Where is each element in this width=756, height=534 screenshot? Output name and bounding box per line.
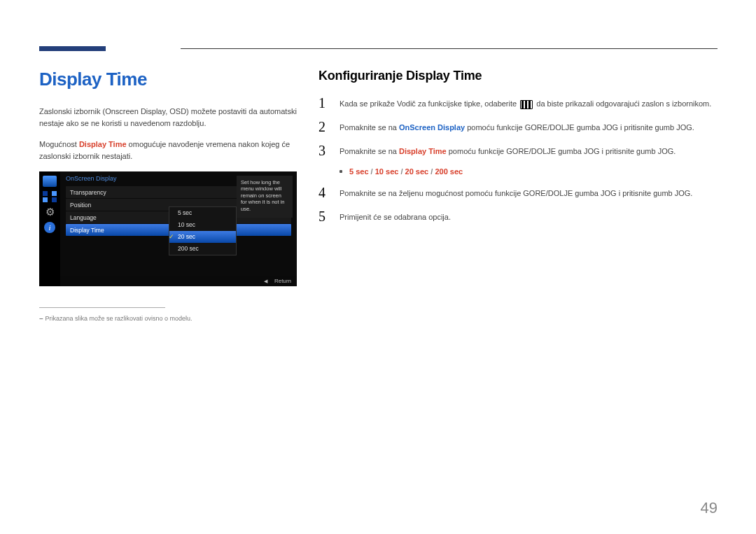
osd-footer: ◀Return <box>60 276 297 286</box>
intro-paragraph-2: Mogućnost Display Time omogućuje navođen… <box>39 139 297 162</box>
step-body: Pomaknite se na željenu mogućnost pomoću… <box>340 185 692 199</box>
step2-post: pomoću funkcije GORE/DOLJE gumba JOG i p… <box>465 123 694 132</box>
menu-label: Position <box>70 202 91 209</box>
options-values: 5 sec / 10 sec / 20 sec / 200 sec <box>349 167 463 176</box>
page-number: 49 <box>701 499 718 517</box>
osd-sidebar: ⚙ i <box>39 171 60 286</box>
step-3: 3 Pomaknite se na Display Time pomoću fu… <box>318 143 718 157</box>
p2-pre: Mogućnost <box>39 140 79 148</box>
osd-help-text: Set how long the menu window will remain… <box>237 176 293 218</box>
left-column: Display Time Zaslonski izbornik (Onscree… <box>39 69 297 322</box>
step-number: 4 <box>318 185 328 199</box>
info-tab-icon: i <box>44 222 55 233</box>
step1-post: da biste prikazali odgovarajući zaslon s… <box>534 99 711 108</box>
bullet-icon <box>340 170 342 173</box>
opt-5s: 5 sec <box>349 167 369 176</box>
step-number: 1 <box>318 96 328 110</box>
menu-label: Transparency <box>70 189 106 196</box>
submenu-opt-10s: 10 sec <box>169 219 236 231</box>
step-number: 3 <box>318 143 328 157</box>
osd-screenshot: ⚙ i OnScreen Display Transparency On Pos… <box>39 171 297 286</box>
p2-term: Display Time <box>79 140 127 148</box>
picture-tab-icon <box>43 176 57 187</box>
step-body: Pomaknite se na Display Time pomoću funk… <box>340 143 676 157</box>
opt-10s: 10 sec <box>375 167 399 176</box>
footnote-rule <box>39 307 165 308</box>
step3-term: Display Time <box>399 147 447 155</box>
step-2: 2 Pomaknite se na OnScreen Display pomoć… <box>318 120 718 134</box>
step-1: 1 Kada se prikaže Vodič za funkcijske ti… <box>318 96 718 110</box>
menu-label: Display Time <box>70 227 104 234</box>
step-4: 4 Pomaknite se na željenu mogućnost pomo… <box>318 185 718 199</box>
step-body: Pomaknite se na OnScreen Display pomoću … <box>340 120 694 134</box>
back-arrow-icon: ◀ <box>264 279 267 283</box>
osd-submenu: 5 sec 10 sec 20 sec 200 sec <box>169 206 237 255</box>
submenu-opt-200s: 200 sec <box>169 243 236 255</box>
footnote: Prikazana slika može se razlikovati ovis… <box>39 315 297 322</box>
step-number: 2 <box>318 120 328 134</box>
opt-20s: 20 sec <box>405 167 429 176</box>
right-column: Konfiguriranje Display Time 1 Kada se pr… <box>318 69 718 233</box>
step-5: 5 Primijenit će se odabrana opcija. <box>318 209 718 223</box>
menu-label: Language <box>70 214 97 221</box>
opt-200s: 200 sec <box>435 167 463 176</box>
step2-pre: Pomaknite se na <box>340 123 399 132</box>
step1-pre: Kada se prikaže Vodič za funkcijske tipk… <box>340 99 519 108</box>
submenu-opt-5s: 5 sec <box>169 207 236 219</box>
menu-icon <box>520 101 533 108</box>
step2-term: OnScreen Display <box>399 123 465 132</box>
settings-tab-icon: ⚙ <box>43 206 57 218</box>
config-title: Konfiguriranje Display Time <box>318 69 718 83</box>
step3-post: pomoću funkcije GORE/DOLJE gumba JOG i p… <box>447 147 676 155</box>
section-title: Display Time <box>39 69 297 90</box>
step3-pre: Pomaknite se na <box>340 147 399 155</box>
pip-tab-icon <box>43 191 57 202</box>
options-line: 5 sec / 10 sec / 20 sec / 200 sec <box>340 167 718 176</box>
intro-paragraph-1: Zaslonski izbornik (Onscreen Display, OS… <box>39 106 297 129</box>
osd-body: OnScreen Display Transparency On Positio… <box>60 171 297 276</box>
submenu-opt-20s: 20 sec <box>169 231 236 243</box>
step-body: Kada se prikaže Vodič za funkcijske tipk… <box>340 96 711 110</box>
step-number: 5 <box>318 209 328 223</box>
step-body: Primijenit će se odabrana opcija. <box>340 209 451 223</box>
header-rule <box>181 48 718 49</box>
osd-return-label: Return <box>274 278 291 284</box>
header-accent-bar <box>39 46 106 51</box>
